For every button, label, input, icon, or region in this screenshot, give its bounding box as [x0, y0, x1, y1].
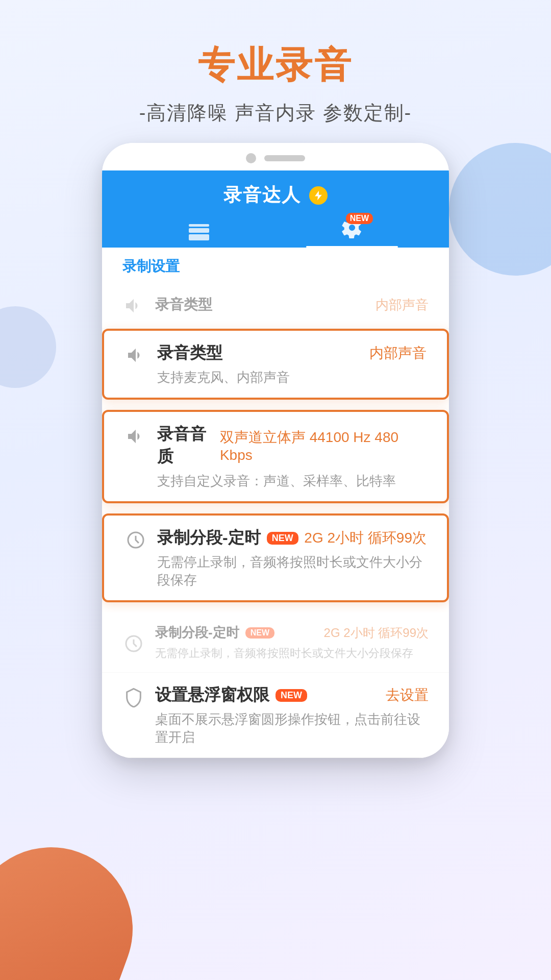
app-verified-badge [309, 186, 328, 205]
blurred-value: 内部声音 [375, 296, 429, 314]
dim-title-1: 录制分段-定时 NEW [155, 624, 274, 642]
float-window-title: 设置悬浮窗权限 NEW [155, 684, 307, 706]
record-quality-desc: 支持自定义录音：声道、采样率、比特率 [157, 472, 427, 490]
bg-decoration-circle-left [0, 306, 56, 388]
highlight-record-type[interactable]: 录音类型 内部声音 支持麦克风、内部声音 [102, 329, 449, 400]
float-window-content: 设置悬浮窗权限 NEW 去设置 桌面不展示悬浮窗圆形操作按钮，点击前往设置开启 [155, 684, 429, 746]
record-segment-desc: 无需停止录制，音频将按照时长或文件大小分段保存 [157, 553, 427, 589]
app-header: 录音达人 [102, 170, 449, 248]
blurred-title-row: 录音类型 内部声音 [155, 295, 429, 314]
record-quality-value: 双声道立体声 44100 Hz 480 Kbps [220, 428, 427, 463]
phone-camera [246, 153, 256, 163]
record-type-title-row: 录音类型 内部声音 [157, 342, 427, 364]
dim-title-row-1: 录制分段-定时 NEW 2G 2小时 循环99次 [155, 624, 429, 642]
volume-icon-1 [124, 344, 147, 366]
float-new-badge: NEW [276, 689, 307, 702]
record-segment-title-row: 录制分段-定时 NEW 2G 2小时 循环99次 [157, 527, 427, 549]
phone-notch [102, 143, 449, 170]
page-subtitle: -高清降噪 声音内录 参数定制- [0, 100, 551, 126]
blurred-title: 录音类型 [155, 295, 212, 314]
record-type-content: 录音类型 内部声音 支持麦克风、内部声音 [157, 342, 427, 386]
record-type-value: 内部声音 [369, 344, 427, 363]
clock-icon-dim [122, 632, 145, 655]
tab-record[interactable] [122, 224, 276, 248]
bg-decoration-bottom [0, 824, 156, 980]
record-type-title: 录音类型 [157, 342, 222, 364]
blurred-setting-row: 录音类型 内部声音 [102, 281, 449, 329]
dim-desc-1: 无需停止录制，音频将按照时长或文件大小分段保存 [155, 646, 429, 661]
segment-new-badge: NEW [267, 532, 298, 545]
section-label: 录制设置 [102, 248, 449, 281]
clock-icon-1 [124, 529, 147, 551]
record-icon [189, 224, 209, 240]
page-title: 专业录音 [0, 41, 551, 90]
dim-value-1: 2G 2小时 循环99次 [324, 625, 429, 641]
volume-icon-small [122, 295, 145, 317]
app-title-row: 录音达人 [122, 183, 429, 217]
phone-frame: 录音达人 [102, 143, 449, 758]
page-header: 专业录音 -高清降噪 声音内录 参数定制- [0, 0, 551, 126]
dim-content-1: 录制分段-定时 NEW 2G 2小时 循环99次 无需停止录制，音频将按照时长或… [155, 624, 429, 661]
record-segment-content: 录制分段-定时 NEW 2G 2小时 循环99次 无需停止录制，音频将按照时长或… [157, 527, 427, 589]
float-window-value: 去设置 [386, 685, 429, 705]
phone-speaker [264, 155, 305, 161]
gear-icon-wrap: NEW [341, 217, 363, 240]
record-quality-content: 录音音质 双声道立体声 44100 Hz 480 Kbps 支持自定义录音：声道… [157, 423, 427, 490]
phone-mockup: 录音达人 [102, 143, 449, 847]
record-segment-title: 录制分段-定时 NEW [157, 527, 298, 549]
nav-new-badge: NEW [346, 213, 373, 224]
record-type-desc: 支持麦克风、内部声音 [157, 369, 427, 386]
settings-list: 录制分段-定时 NEW 2G 2小时 循环99次 无需停止录制，音频将按照时长或… [102, 612, 449, 758]
app-title: 录音达人 [223, 183, 301, 208]
record-quality-title-row: 录音音质 双声道立体声 44100 Hz 480 Kbps [157, 423, 427, 468]
record-quality-title: 录音音质 [157, 423, 220, 468]
shield-icon [122, 686, 145, 708]
tab-settings[interactable]: NEW [276, 217, 429, 248]
volume-icon-2 [124, 425, 147, 448]
float-window-title-row: 设置悬浮窗权限 NEW 去设置 [155, 684, 429, 706]
float-window-desc: 桌面不展示悬浮窗圆形操作按钮，点击前往设置开启 [155, 710, 429, 746]
highlight-record-segment[interactable]: 录制分段-定时 NEW 2G 2小时 循环99次 无需停止录制，音频将按照时长或… [102, 513, 449, 602]
bg-decoration-circle-right [449, 143, 551, 276]
dim-row-1: 录制分段-定时 NEW 2G 2小时 循环99次 无需停止录制，音频将按照时长或… [102, 612, 449, 673]
dim-new-badge: NEW [245, 627, 274, 639]
highlight-record-quality[interactable]: 录音音质 双声道立体声 44100 Hz 480 Kbps 支持自定义录音：声道… [102, 410, 449, 503]
blurred-content: 录音类型 内部声音 [155, 295, 429, 314]
setting-float-window[interactable]: 设置悬浮窗权限 NEW 去设置 桌面不展示悬浮窗圆形操作按钮，点击前往设置开启 [102, 673, 449, 758]
app-nav: NEW [122, 217, 429, 248]
record-segment-value: 2G 2小时 循环99次 [304, 528, 427, 548]
